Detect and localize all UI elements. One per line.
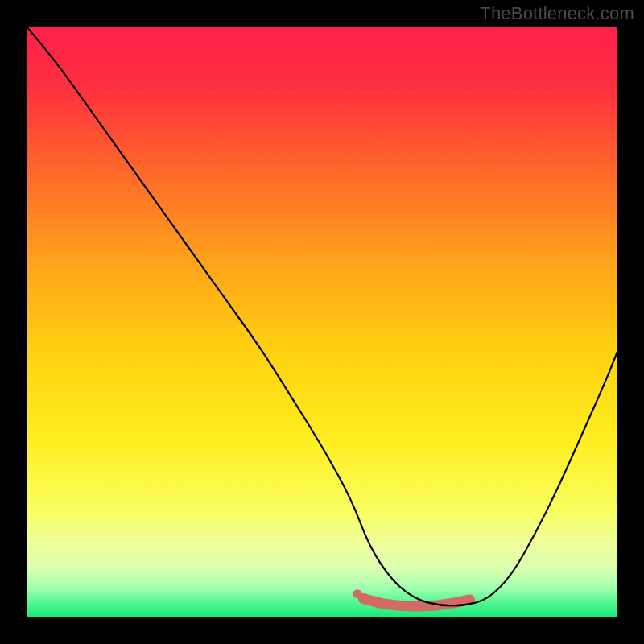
chart-container: TheBottleneck.com [0,0,644,644]
plot-frame [27,27,617,617]
watermark-text: TheBottleneck.com [480,3,634,24]
plot-svg [27,27,617,617]
well-start-dot [353,589,362,598]
gradient-background [27,27,617,617]
